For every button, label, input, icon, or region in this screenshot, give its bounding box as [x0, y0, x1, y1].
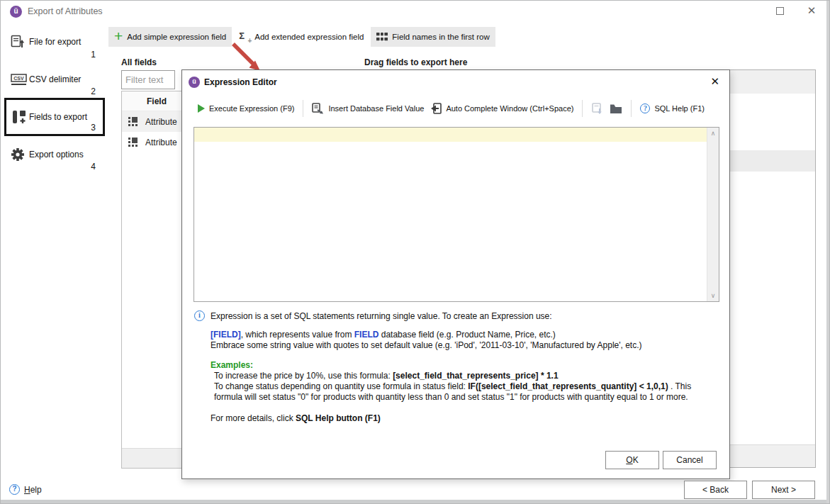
example-1: To increase the price by 10%, use this f… — [211, 371, 717, 381]
dialog-close-button[interactable]: ✕ — [710, 75, 719, 88]
examples-heading: Examples: — [211, 360, 717, 371]
cancel-button[interactable]: Cancel — [663, 451, 717, 469]
example-2: To change status depending on quantity u… — [211, 381, 717, 403]
field-name: Attribute — [145, 117, 177, 127]
title-bar: ü Export of Attributes ✕ — [1, 1, 829, 22]
field-names-first-row-label: Field names in the first row — [392, 33, 489, 41]
scroll-down-icon[interactable]: ∨ — [707, 292, 719, 299]
expression-editor-input[interactable]: ∧ ∨ — [194, 127, 719, 302]
add-simple-expression-button[interactable]: + Add simple expression field — [108, 27, 232, 47]
editor-scrollbar[interactable]: ∧ ∨ — [707, 128, 719, 301]
info-icon: i — [194, 310, 205, 321]
open-folder-button[interactable] — [610, 103, 622, 114]
window-right-edge — [826, 1, 830, 504]
window-close-button[interactable]: ✕ — [802, 3, 821, 18]
step-number: 1 — [84, 50, 96, 60]
sql-help-label: SQL Help (F1) — [654, 104, 705, 113]
auto-complete-icon — [430, 103, 442, 114]
toolbar-separator — [631, 100, 632, 117]
attribute-icon — [128, 137, 139, 147]
filter-text-input[interactable] — [121, 70, 175, 89]
sidebar-item-label: Fields to export — [29, 112, 87, 122]
info-quotes-usage: Embrace some string value with quotes to… — [211, 340, 717, 351]
execute-expression-button[interactable]: Execute Expression (F9) — [198, 104, 294, 113]
expression-editor-toolbar: Execute Expression (F9) Insert Database … — [182, 96, 729, 121]
next-button[interactable]: Next > — [752, 481, 815, 499]
file-export-icon — [11, 35, 26, 50]
sql-help-button[interactable]: ? SQL Help (F1) — [640, 103, 705, 113]
window-bottom-edge — [1, 500, 829, 504]
help-icon: ? — [9, 484, 20, 495]
add-extended-expression-label: Add extended expression field — [254, 33, 364, 41]
info-intro: Expression is a set of SQL statements re… — [211, 311, 717, 322]
sidebar-item-label: Export options — [29, 150, 84, 159]
toolbar-separator — [303, 100, 303, 117]
info-field-usage: [FIELD], which represents value from FIE… — [211, 330, 717, 340]
question-icon: ? — [640, 103, 650, 113]
expression-help-text: Expression is a set of SQL statements re… — [211, 311, 717, 424]
toolbar-separator — [582, 100, 583, 117]
help-link[interactable]: Help — [24, 485, 42, 495]
step-number: 2 — [84, 86, 96, 96]
plus-icon: + — [114, 29, 123, 43]
app-logo-icon: ü — [10, 6, 22, 18]
add-simple-expression-label: Add simple expression field — [127, 33, 226, 41]
save-expression-button-disabled — [591, 103, 603, 114]
dialog-title: Expression Editor — [204, 77, 277, 87]
insert-field-icon — [312, 103, 324, 114]
insert-database-field-label: Insert Database Field Value — [328, 104, 424, 113]
play-icon — [198, 104, 205, 113]
execute-expression-label: Execute Expression (F9) — [209, 104, 294, 113]
sidebar-item-label: File for export — [29, 37, 81, 47]
auto-complete-button[interactable]: Auto Complete Window (Ctrl+Space) — [430, 103, 573, 114]
insert-database-field-button[interactable]: Insert Database Field Value — [312, 103, 424, 114]
step-number: 3 — [84, 123, 96, 133]
dialog-logo-icon: ü — [189, 77, 200, 88]
svg-text:CSV: CSV — [13, 76, 24, 81]
window-title: Export of Attributes — [28, 6, 103, 16]
expression-editor-dialog: ü Expression Editor ✕ Execute Expression… — [181, 69, 730, 479]
drag-fields-hint: Drag fields to export here — [364, 57, 467, 67]
maximize-icon — [776, 7, 784, 15]
table-header-row-icon — [376, 32, 388, 42]
gear-icon — [11, 147, 26, 163]
export-of-attributes-window: ü Export of Attributes ✕ File for export… — [0, 0, 830, 504]
ok-button[interactable]: OK — [605, 451, 659, 469]
sidebar-item-label: CSV delimiter — [29, 74, 81, 84]
more-details-line: For more details, click SQL Help button … — [211, 413, 717, 424]
maximize-button[interactable] — [770, 4, 789, 18]
field-names-first-row-button[interactable]: Field names in the first row — [371, 27, 495, 47]
auto-complete-label: Auto Complete Window (Ctrl+Space) — [446, 104, 573, 113]
fields-to-export-icon — [12, 110, 28, 125]
field-name: Attribute — [145, 138, 177, 147]
attribute-icon — [128, 116, 139, 127]
all-fields-label: All fields — [121, 57, 157, 67]
scroll-up-icon[interactable]: ∧ — [707, 130, 719, 137]
current-line-highlight — [194, 128, 707, 142]
fields-toolbar: + Add simple expression field Σ+ Add ext… — [108, 27, 495, 47]
back-button[interactable]: < Back — [684, 481, 747, 499]
step-number: 4 — [84, 162, 96, 172]
csv-icon: CSV — [11, 74, 26, 89]
